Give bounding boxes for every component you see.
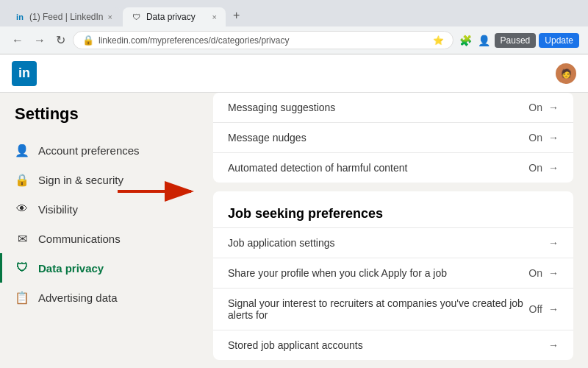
sidebar-label-dataprivacy: Data privacy	[38, 262, 104, 275]
automated-detection-row[interactable]: Automated detection of harmful content O…	[213, 152, 573, 183]
signal-interest-label: Signal your interest to recruiters at co…	[228, 297, 529, 321]
message-nudges-value: On	[528, 132, 542, 144]
share-profile-apply-value: On	[528, 267, 542, 279]
back-button[interactable]: ←	[9, 32, 26, 49]
job-application-settings-label: Job application settings	[228, 237, 542, 249]
visibility-icon: 👁	[15, 202, 29, 216]
sidebar-item-advertising[interactable]: 📋 Advertising data	[0, 283, 198, 312]
sidebar-item-signin[interactable]: 🔒 Sign in & security	[0, 165, 198, 194]
signal-interest-row[interactable]: Signal your interest to recruiters at co…	[213, 288, 573, 330]
sidebar-item-communications[interactable]: ✉ Communications	[0, 224, 198, 253]
share-profile-apply-arrow: →	[548, 267, 559, 279]
automated-detection-value: On	[528, 162, 542, 174]
automated-detection-arrow: →	[548, 162, 559, 174]
dataprivacy-icon: 🛡	[15, 261, 29, 275]
app-layout: Settings 👤 Account preferences 🔒 Sign in…	[0, 93, 588, 368]
address-bar[interactable]: 🔒 linkedin.com/mypreferences/d/categorie…	[73, 31, 453, 49]
message-nudges-arrow: →	[548, 132, 559, 144]
linkedin-logo[interactable]: in	[12, 61, 37, 86]
tab-title-feed: (1) Feed | LinkedIn	[29, 12, 104, 22]
communications-icon: ✉	[15, 231, 29, 246]
automated-detection-label: Automated detection of harmful content	[228, 162, 528, 174]
message-nudges-row[interactable]: Message nudges On →	[213, 122, 573, 152]
stored-accounts-row[interactable]: Stored job applicant accounts →	[213, 330, 573, 360]
sidebar-label-account: Account preferences	[38, 144, 140, 157]
message-nudges-label: Message nudges	[228, 132, 528, 144]
tab-privacy[interactable]: 🛡 Data privacy ×	[123, 7, 226, 26]
job-application-settings-arrow: →	[548, 237, 559, 249]
tab-close-privacy[interactable]: ×	[212, 13, 217, 21]
reload-button[interactable]: ↻	[53, 32, 68, 49]
browser-nav-icons: 🧩 👤 Paused Update	[458, 33, 579, 48]
tab-feed[interactable]: in (1) Feed | LinkedIn ×	[6, 7, 121, 26]
sidebar-label-communications: Communications	[38, 233, 121, 245]
user-avatar[interactable]: 🧑	[556, 63, 576, 84]
paused-button[interactable]: Paused	[495, 33, 537, 48]
extensions-button[interactable]: 🧩	[458, 33, 473, 48]
settings-title: Settings	[0, 105, 198, 135]
stored-accounts-label: Stored job applicant accounts	[228, 339, 542, 351]
forward-button[interactable]: →	[31, 32, 49, 49]
sidebar-label-advertising: Advertising data	[38, 291, 118, 304]
signin-icon: 🔒	[15, 172, 29, 187]
messaging-section: Messaging suggestions On → Message nudge…	[213, 93, 573, 183]
signal-interest-arrow: →	[548, 303, 559, 315]
sidebar-label-signin: Sign in & security	[38, 174, 123, 186]
linkedin-header: in 🧑	[0, 54, 588, 93]
tab-title-privacy: Data privacy	[146, 12, 208, 22]
address-text: linkedin.com/mypreferences/d/categories/…	[98, 35, 429, 46]
sidebar: Settings 👤 Account preferences 🔒 Sign in…	[0, 93, 198, 368]
tab-favicon-privacy: 🛡	[132, 12, 142, 22]
stored-accounts-arrow: →	[548, 339, 559, 351]
tab-close-feed[interactable]: ×	[108, 13, 112, 21]
job-seeking-title: Job seeking preferences	[213, 191, 573, 227]
profile-button[interactable]: 👤	[476, 33, 492, 48]
share-profile-apply-label: Share your profile when you click Apply …	[228, 267, 528, 279]
sidebar-item-visibility[interactable]: 👁 Visibility	[0, 194, 198, 224]
update-button[interactable]: Update	[539, 33, 579, 48]
messaging-suggestions-label: Messaging suggestions	[228, 102, 528, 113]
share-profile-apply-row[interactable]: Share your profile when you click Apply …	[213, 258, 573, 288]
messaging-suggestions-value: On	[528, 102, 542, 113]
messaging-suggestions-row[interactable]: Messaging suggestions On →	[213, 93, 573, 122]
tab-favicon-feed: in	[15, 12, 25, 22]
main-content: Messaging suggestions On → Message nudge…	[198, 93, 588, 368]
add-tab-button[interactable]: +	[227, 4, 245, 26]
sidebar-label-visibility: Visibility	[38, 203, 78, 216]
job-application-settings-row[interactable]: Job application settings →	[213, 227, 573, 258]
account-icon: 👤	[15, 143, 29, 158]
sidebar-item-account[interactable]: 👤 Account preferences	[0, 135, 198, 165]
sidebar-item-dataprivacy[interactable]: 🛡 Data privacy	[0, 253, 198, 283]
signal-interest-value: Off	[529, 303, 542, 315]
job-seeking-section: Job seeking preferences Job application …	[213, 191, 573, 360]
messaging-suggestions-arrow: →	[548, 102, 559, 113]
advertising-icon: 📋	[15, 290, 29, 305]
